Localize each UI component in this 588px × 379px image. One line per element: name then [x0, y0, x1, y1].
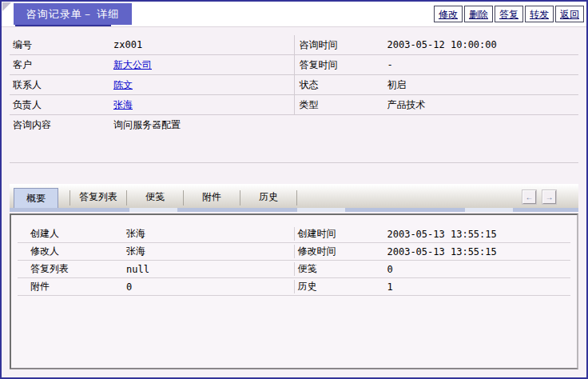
form-row-4: 负责人 张海 类型 产品技术	[10, 95, 578, 115]
field-customer: 客户 新大公司	[10, 55, 294, 74]
modify-button[interactable]: 修改	[434, 6, 463, 22]
creator-value: 张海	[126, 227, 145, 241]
field-status: 状态 初启	[294, 75, 579, 94]
tab-scroll-right-button[interactable]: →	[542, 190, 556, 204]
reply-button[interactable]: 答复	[495, 6, 523, 22]
record-detail-form: 编号 zx001 咨询时间 2003-05-12 10:00:00 客户 新大公…	[10, 35, 578, 163]
summary-row-2: 修改人 张海 修改时间 2003-05-13 13:55:15	[18, 243, 570, 261]
status-value: 初启	[387, 78, 407, 92]
owner-link[interactable]: 张海	[113, 98, 133, 112]
tab-bar-bottom-strip	[10, 208, 578, 212]
type-value: 产品技术	[387, 98, 426, 112]
consultation-record-detail-window: 咨询记录单－ 详细 修改 删除 答复 转发 返回 编号 zx001 咨询时间 2…	[0, 0, 588, 379]
tab-attachments[interactable]: 附件	[183, 190, 240, 205]
form-row-1: 编号 zx001 咨询时间 2003-05-12 10:00:00	[10, 35, 578, 55]
customer-label: 客户	[10, 58, 113, 72]
tab-notes[interactable]: 便笺	[126, 190, 183, 205]
field-history-count: 历史 1	[294, 280, 571, 293]
notes-value: 0	[387, 264, 393, 275]
summary-row-3: 答复列表 null 便笺 0	[18, 261, 570, 278]
reply-time-label: 答复时间	[295, 58, 387, 72]
modifier-label: 修改人	[18, 245, 126, 258]
reply-list-label: 答复列表	[18, 262, 126, 276]
tab-history[interactable]: 历史	[240, 190, 297, 205]
field-create-time: 创建时间 2003-05-13 13:55:15	[294, 227, 571, 241]
summary-row-1: 创建人 张海 创建时间 2003-05-13 13:55:15	[18, 225, 570, 243]
field-modify-time: 修改时间 2003-05-13 13:55:15	[294, 245, 571, 258]
notes-label: 便笺	[295, 262, 387, 276]
page-title-tab: 咨询记录单－ 详细	[14, 3, 132, 25]
number-label: 编号	[10, 38, 113, 52]
contact-link[interactable]: 陈文	[113, 78, 133, 92]
field-attachments-count: 附件 0	[18, 280, 294, 293]
field-reply-time: 答复时间 -	[294, 55, 579, 74]
folded-corner-icon	[2, 2, 11, 11]
content-label: 咨询内容	[10, 119, 113, 130]
modify-time-value: 2003-05-13 13:55:15	[387, 246, 497, 257]
form-row-content: 咨询内容 询问服务器配置	[10, 115, 578, 163]
customer-link[interactable]: 新大公司	[113, 58, 152, 72]
modify-time-label: 修改时间	[295, 245, 387, 258]
reply-time-value: -	[387, 59, 393, 70]
history-label: 历史	[295, 280, 387, 293]
tab-summary[interactable]: 概要	[14, 188, 58, 208]
number-value: zx001	[113, 39, 142, 50]
type-label: 类型	[295, 98, 387, 112]
delete-button[interactable]: 删除	[464, 6, 493, 22]
status-label: 状态	[295, 78, 387, 92]
tab-reply-list[interactable]: 答复列表	[70, 190, 126, 205]
owner-label: 负责人	[10, 98, 113, 112]
field-type: 类型 产品技术	[294, 95, 579, 114]
page-title: 咨询记录单－ 详细	[26, 7, 120, 22]
creator-label: 创建人	[18, 227, 126, 241]
field-notes-count: 便笺 0	[294, 262, 571, 276]
tab-scroll-left-button[interactable]: ←	[522, 190, 536, 204]
reply-list-value: null	[126, 264, 149, 275]
content-value: 询问服务器配置	[113, 119, 181, 130]
tab-bar: 概要 答复列表 便笺 附件 历史 ← →	[10, 184, 578, 208]
right-arrow-icon: →	[546, 193, 554, 201]
history-value: 1	[387, 281, 393, 293]
modifier-value: 张海	[126, 245, 145, 258]
field-modifier: 修改人 张海	[18, 245, 294, 258]
form-row-3: 联系人 陈文 状态 初启	[10, 75, 578, 95]
summary-row-4: 附件 0 历史 1	[18, 278, 570, 296]
field-owner: 负责人 张海	[10, 95, 294, 114]
contact-label: 联系人	[10, 78, 113, 92]
create-time-value: 2003-05-13 13:55:15	[387, 229, 497, 240]
attachments-label: 附件	[18, 280, 126, 293]
header-bar: 咨询记录单－ 详细 修改 删除 答复 转发 返回	[2, 2, 586, 27]
tab-scrollers: ← →	[522, 190, 556, 204]
field-contact: 联系人 陈文	[10, 75, 294, 94]
forward-button[interactable]: 转发	[525, 6, 554, 22]
field-consult-time: 咨询时间 2003-05-12 10:00:00	[294, 35, 579, 54]
left-arrow-icon: ←	[526, 193, 534, 201]
toolbar: 修改 删除 答复 转发 返回	[434, 6, 584, 22]
consult-time-value: 2003-05-12 10:00:00	[387, 39, 497, 50]
form-row-2: 客户 新大公司 答复时间 -	[10, 55, 578, 75]
create-time-label: 创建时间	[295, 227, 387, 241]
back-button[interactable]: 返回	[555, 6, 584, 22]
title-underline	[15, 25, 111, 26]
field-number: 编号 zx001	[10, 35, 294, 54]
field-creator: 创建人 张海	[18, 227, 294, 241]
consult-time-label: 咨询时间	[295, 38, 387, 52]
summary-panel: 创建人 张海 创建时间 2003-05-13 13:55:15 修改人 张海 修…	[10, 213, 578, 369]
attachments-value: 0	[126, 281, 132, 293]
field-reply-list-count: 答复列表 null	[18, 262, 294, 276]
